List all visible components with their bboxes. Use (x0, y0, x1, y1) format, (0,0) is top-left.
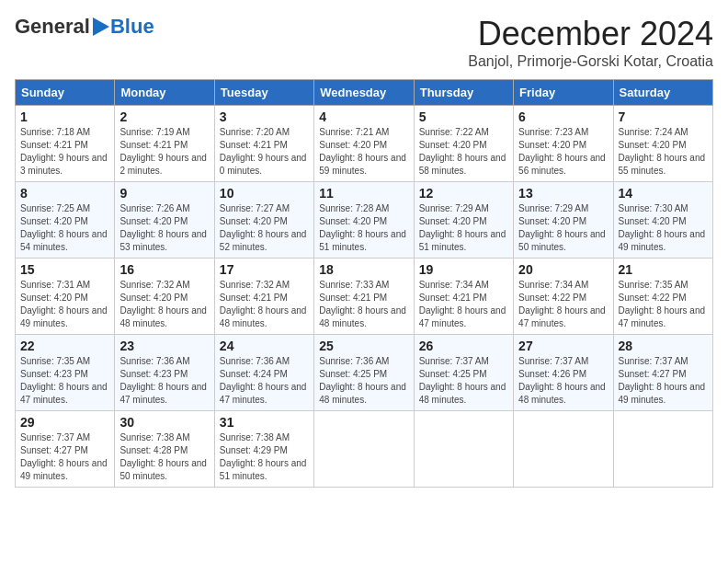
day-info: Sunrise: 7:23 AM Sunset: 4:20 PM Dayligh… (518, 126, 608, 178)
calendar-week-4: 22Sunrise: 7:35 AM Sunset: 4:23 PM Dayli… (16, 335, 713, 411)
day-number: 3 (220, 109, 309, 124)
location-title: Banjol, Primorje-Gorski Kotar, Croatia (468, 53, 713, 70)
day-info: Sunrise: 7:37 AM Sunset: 4:27 PM Dayligh… (20, 431, 109, 483)
page-header: General Blue December 2024 Banjol, Primo… (15, 15, 713, 70)
calendar-week-1: 1Sunrise: 7:18 AM Sunset: 4:21 PM Daylig… (16, 106, 713, 182)
day-number: 31 (220, 415, 309, 430)
month-title: December 2024 (468, 15, 713, 53)
day-info: Sunrise: 7:29 AM Sunset: 4:20 PM Dayligh… (419, 202, 508, 254)
day-number: 22 (20, 339, 109, 353)
day-info: Sunrise: 7:32 AM Sunset: 4:20 PM Dayligh… (119, 279, 209, 330)
day-info: Sunrise: 7:31 AM Sunset: 4:20 PM Dayligh… (20, 279, 109, 330)
calendar-day-7: 7Sunrise: 7:24 AM Sunset: 4:20 PM Daylig… (613, 106, 712, 182)
empty-day (613, 411, 712, 488)
calendar-day-8: 8Sunrise: 7:25 AM Sunset: 4:20 PM Daylig… (16, 182, 115, 259)
day-number: 28 (619, 339, 708, 353)
calendar-day-20: 20Sunrise: 7:34 AM Sunset: 4:22 PM Dayli… (514, 259, 613, 335)
calendar-week-5: 29Sunrise: 7:37 AM Sunset: 4:27 PM Dayli… (16, 411, 713, 488)
weekday-header-friday: Friday (514, 80, 613, 106)
calendar-day-27: 27Sunrise: 7:37 AM Sunset: 4:26 PM Dayli… (514, 335, 613, 411)
day-info: Sunrise: 7:36 AM Sunset: 4:24 PM Dayligh… (220, 355, 309, 407)
day-number: 14 (619, 186, 708, 201)
calendar-day-22: 22Sunrise: 7:35 AM Sunset: 4:23 PM Dayli… (16, 335, 115, 411)
day-number: 8 (20, 186, 109, 201)
weekday-header-wednesday: Wednesday (314, 80, 414, 106)
calendar-day-10: 10Sunrise: 7:27 AM Sunset: 4:20 PM Dayli… (214, 182, 313, 259)
day-number: 1 (20, 109, 109, 124)
day-number: 24 (220, 339, 309, 353)
day-number: 6 (518, 109, 608, 124)
calendar-day-9: 9Sunrise: 7:26 AM Sunset: 4:20 PM Daylig… (115, 182, 214, 259)
weekday-header-thursday: Thursday (414, 80, 513, 106)
day-info: Sunrise: 7:25 AM Sunset: 4:20 PM Dayligh… (20, 202, 109, 254)
calendar-day-31: 31Sunrise: 7:38 AM Sunset: 4:29 PM Dayli… (214, 411, 313, 488)
day-info: Sunrise: 7:36 AM Sunset: 4:25 PM Dayligh… (319, 355, 408, 407)
weekday-header-row: SundayMondayTuesdayWednesdayThursdayFrid… (16, 80, 713, 106)
day-info: Sunrise: 7:22 AM Sunset: 4:20 PM Dayligh… (419, 126, 508, 178)
calendar-day-11: 11Sunrise: 7:28 AM Sunset: 4:20 PM Dayli… (314, 182, 414, 259)
day-info: Sunrise: 7:20 AM Sunset: 4:21 PM Dayligh… (220, 126, 309, 178)
calendar-day-1: 1Sunrise: 7:18 AM Sunset: 4:21 PM Daylig… (16, 106, 115, 182)
day-info: Sunrise: 7:18 AM Sunset: 4:21 PM Dayligh… (20, 126, 109, 178)
calendar-day-12: 12Sunrise: 7:29 AM Sunset: 4:20 PM Dayli… (414, 182, 513, 259)
day-number: 7 (619, 109, 708, 124)
calendar-day-17: 17Sunrise: 7:32 AM Sunset: 4:21 PM Dayli… (214, 259, 313, 335)
calendar-day-24: 24Sunrise: 7:36 AM Sunset: 4:24 PM Dayli… (214, 335, 313, 411)
calendar-day-6: 6Sunrise: 7:23 AM Sunset: 4:20 PM Daylig… (514, 106, 613, 182)
calendar-day-5: 5Sunrise: 7:22 AM Sunset: 4:20 PM Daylig… (414, 106, 513, 182)
day-number: 19 (419, 262, 508, 277)
day-number: 25 (319, 339, 408, 353)
day-number: 21 (619, 262, 708, 277)
calendar-day-26: 26Sunrise: 7:37 AM Sunset: 4:25 PM Dayli… (414, 335, 513, 411)
calendar-day-28: 28Sunrise: 7:37 AM Sunset: 4:27 PM Dayli… (613, 335, 712, 411)
calendar-day-23: 23Sunrise: 7:36 AM Sunset: 4:23 PM Dayli… (115, 335, 214, 411)
empty-day (514, 411, 613, 488)
weekday-header-saturday: Saturday (613, 80, 712, 106)
day-info: Sunrise: 7:34 AM Sunset: 4:21 PM Dayligh… (419, 279, 508, 330)
day-info: Sunrise: 7:32 AM Sunset: 4:21 PM Dayligh… (220, 279, 309, 330)
day-number: 17 (220, 262, 309, 277)
empty-day (414, 411, 513, 488)
day-number: 30 (119, 415, 209, 430)
calendar-day-18: 18Sunrise: 7:33 AM Sunset: 4:21 PM Dayli… (314, 259, 414, 335)
day-number: 2 (119, 109, 209, 124)
day-info: Sunrise: 7:35 AM Sunset: 4:22 PM Dayligh… (619, 279, 708, 330)
day-number: 10 (220, 186, 309, 201)
day-info: Sunrise: 7:38 AM Sunset: 4:29 PM Dayligh… (220, 431, 309, 483)
day-number: 20 (518, 262, 608, 277)
calendar-day-3: 3Sunrise: 7:20 AM Sunset: 4:21 PM Daylig… (214, 106, 313, 182)
calendar-day-14: 14Sunrise: 7:30 AM Sunset: 4:20 PM Dayli… (613, 182, 712, 259)
calendar-day-2: 2Sunrise: 7:19 AM Sunset: 4:21 PM Daylig… (115, 106, 214, 182)
day-info: Sunrise: 7:24 AM Sunset: 4:20 PM Dayligh… (619, 126, 708, 178)
day-number: 12 (419, 186, 508, 201)
day-number: 5 (419, 109, 508, 124)
day-info: Sunrise: 7:26 AM Sunset: 4:20 PM Dayligh… (119, 202, 209, 254)
calendar-day-25: 25Sunrise: 7:36 AM Sunset: 4:25 PM Dayli… (314, 335, 414, 411)
day-info: Sunrise: 7:37 AM Sunset: 4:27 PM Dayligh… (619, 355, 708, 407)
calendar-day-4: 4Sunrise: 7:21 AM Sunset: 4:20 PM Daylig… (314, 106, 414, 182)
logo-arrow-icon (93, 17, 109, 36)
calendar-day-16: 16Sunrise: 7:32 AM Sunset: 4:20 PM Dayli… (115, 259, 214, 335)
calendar-day-30: 30Sunrise: 7:38 AM Sunset: 4:28 PM Dayli… (115, 411, 214, 488)
day-info: Sunrise: 7:28 AM Sunset: 4:20 PM Dayligh… (319, 202, 408, 254)
calendar-table: SundayMondayTuesdayWednesdayThursdayFrid… (15, 79, 713, 488)
calendar-week-3: 15Sunrise: 7:31 AM Sunset: 4:20 PM Dayli… (16, 259, 713, 335)
day-info: Sunrise: 7:19 AM Sunset: 4:21 PM Dayligh… (119, 126, 209, 178)
empty-day (314, 411, 414, 488)
day-info: Sunrise: 7:37 AM Sunset: 4:26 PM Dayligh… (518, 355, 608, 407)
day-number: 13 (518, 186, 608, 201)
day-number: 29 (20, 415, 109, 430)
day-number: 16 (119, 262, 209, 277)
day-info: Sunrise: 7:36 AM Sunset: 4:23 PM Dayligh… (119, 355, 209, 407)
logo-blue: Blue (110, 15, 154, 39)
day-number: 4 (319, 109, 408, 124)
day-info: Sunrise: 7:38 AM Sunset: 4:28 PM Dayligh… (119, 431, 209, 483)
day-number: 11 (319, 186, 408, 201)
day-info: Sunrise: 7:27 AM Sunset: 4:20 PM Dayligh… (220, 202, 309, 254)
title-area: December 2024 Banjol, Primorje-Gorski Ko… (468, 15, 713, 70)
calendar-day-21: 21Sunrise: 7:35 AM Sunset: 4:22 PM Dayli… (613, 259, 712, 335)
weekday-header-sunday: Sunday (16, 80, 115, 106)
day-info: Sunrise: 7:30 AM Sunset: 4:20 PM Dayligh… (619, 202, 708, 254)
calendar-day-19: 19Sunrise: 7:34 AM Sunset: 4:21 PM Dayli… (414, 259, 513, 335)
day-info: Sunrise: 7:37 AM Sunset: 4:25 PM Dayligh… (419, 355, 508, 407)
